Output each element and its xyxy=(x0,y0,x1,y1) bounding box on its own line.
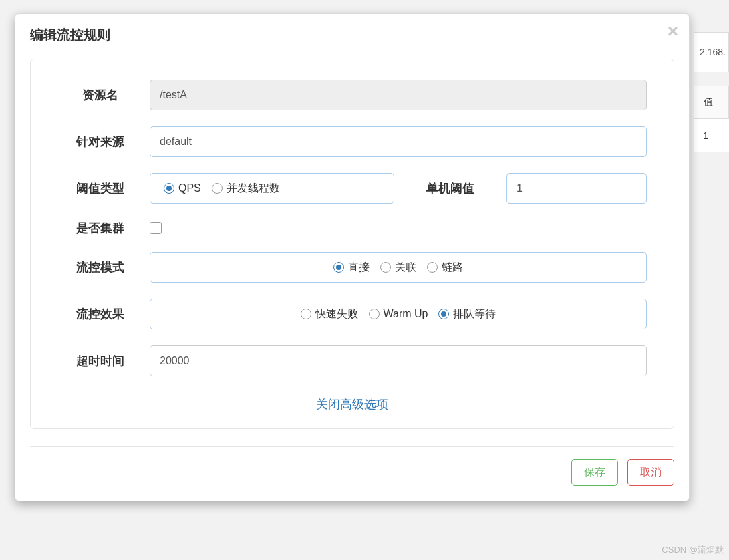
radio-effect-warmup[interactable]: Warm Up xyxy=(369,308,428,320)
row-cluster: 是否集群 xyxy=(57,220,647,236)
radio-label: 关联 xyxy=(395,261,416,275)
modal-footer: 保存 取消 xyxy=(30,446,674,501)
label-timeout: 超时时间 xyxy=(57,353,150,369)
source-input[interactable] xyxy=(150,126,647,157)
bg-ip-fragment: 2.168. xyxy=(694,32,729,72)
radio-label: 链路 xyxy=(442,261,463,275)
label-cluster: 是否集群 xyxy=(57,220,150,236)
radio-icon xyxy=(380,262,391,273)
modal-body: 资源名 针对来源 阈值类型 QPS 并发线 xyxy=(30,59,674,429)
radio-icon xyxy=(333,262,344,273)
label-single-threshold: 单机阈值 xyxy=(410,180,490,196)
radio-mode-chain[interactable]: 链路 xyxy=(427,261,463,275)
row-source: 针对来源 xyxy=(57,126,647,157)
row-resource: 资源名 xyxy=(57,80,647,110)
threshold-type-group: QPS 并发线程数 xyxy=(150,173,394,204)
label-source: 针对来源 xyxy=(57,134,150,150)
row-mode: 流控模式 直接 关联 链路 xyxy=(57,252,647,283)
effect-group: 快速失败 Warm Up 排队等待 xyxy=(150,299,647,329)
cancel-button[interactable]: 取消 xyxy=(627,459,674,486)
radio-icon xyxy=(212,183,223,194)
bg-col-fragment: 值 xyxy=(694,86,729,119)
radio-label: 排队等待 xyxy=(453,307,496,321)
radio-label: 快速失败 xyxy=(315,307,358,321)
radio-thread[interactable]: 并发线程数 xyxy=(212,182,280,196)
row-threshold-type: 阈值类型 QPS 并发线程数 单机阈值 xyxy=(57,173,647,204)
radio-mode-direct[interactable]: 直接 xyxy=(333,261,370,275)
label-mode: 流控模式 xyxy=(57,259,150,275)
radio-icon xyxy=(164,183,174,194)
toggle-advanced[interactable]: 关闭高级选项 xyxy=(57,396,647,412)
close-icon[interactable]: × xyxy=(668,22,678,41)
modal-title: 编辑流控规则 xyxy=(30,26,674,44)
radio-label: QPS xyxy=(178,182,201,194)
modal-header: 编辑流控规则 × xyxy=(15,14,689,53)
watermark: CSDN @流烟默 xyxy=(662,544,724,556)
radio-effect-queue[interactable]: 排队等待 xyxy=(438,307,496,321)
label-resource: 资源名 xyxy=(57,87,150,103)
label-threshold-type: 阈值类型 xyxy=(57,180,150,196)
radio-icon xyxy=(427,262,438,273)
radio-label: 直接 xyxy=(348,261,370,275)
bg-val-fragment: 1 xyxy=(694,119,729,152)
row-effect: 流控效果 快速失败 Warm Up 排队等待 xyxy=(57,299,647,329)
radio-icon xyxy=(369,309,380,319)
edit-flow-rule-modal: 编辑流控规则 × 资源名 针对来源 阈值类型 QPS xyxy=(15,13,690,501)
save-button[interactable]: 保存 xyxy=(571,459,618,486)
radio-qps[interactable]: QPS xyxy=(164,182,201,194)
mode-group: 直接 关联 链路 xyxy=(150,252,647,283)
cluster-checkbox[interactable] xyxy=(150,222,162,234)
radio-icon xyxy=(438,309,449,319)
radio-icon xyxy=(301,309,311,319)
row-timeout: 超时时间 xyxy=(57,345,647,376)
radio-label: Warm Up xyxy=(384,308,428,320)
label-effect: 流控效果 xyxy=(57,306,150,322)
radio-mode-relate[interactable]: 关联 xyxy=(380,261,416,275)
single-threshold-input[interactable] xyxy=(506,173,647,204)
resource-input xyxy=(150,80,647,110)
timeout-input[interactable] xyxy=(150,345,647,376)
radio-label: 并发线程数 xyxy=(227,182,280,196)
radio-effect-fail[interactable]: 快速失败 xyxy=(301,307,358,321)
